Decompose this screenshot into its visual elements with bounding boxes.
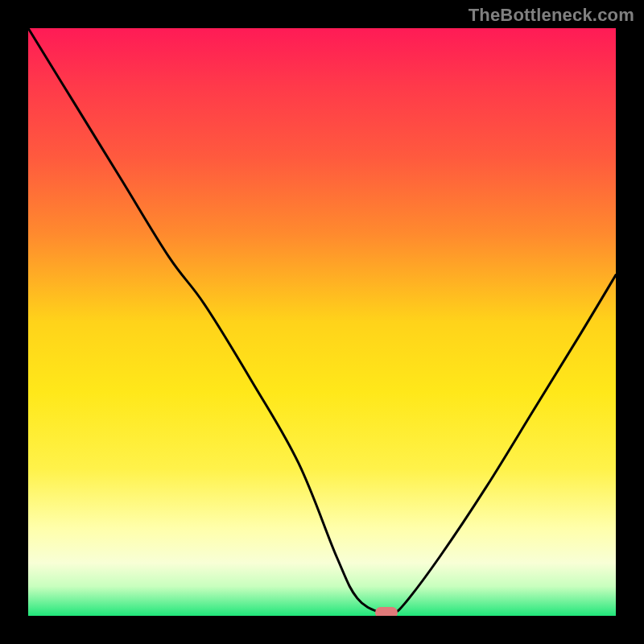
chart-root: TheBottleneck.com	[0, 0, 644, 644]
optimal-marker	[375, 607, 398, 616]
plot-area	[28, 28, 616, 616]
bottleneck-curve	[28, 28, 616, 616]
watermark-text: TheBottleneck.com	[469, 5, 634, 26]
